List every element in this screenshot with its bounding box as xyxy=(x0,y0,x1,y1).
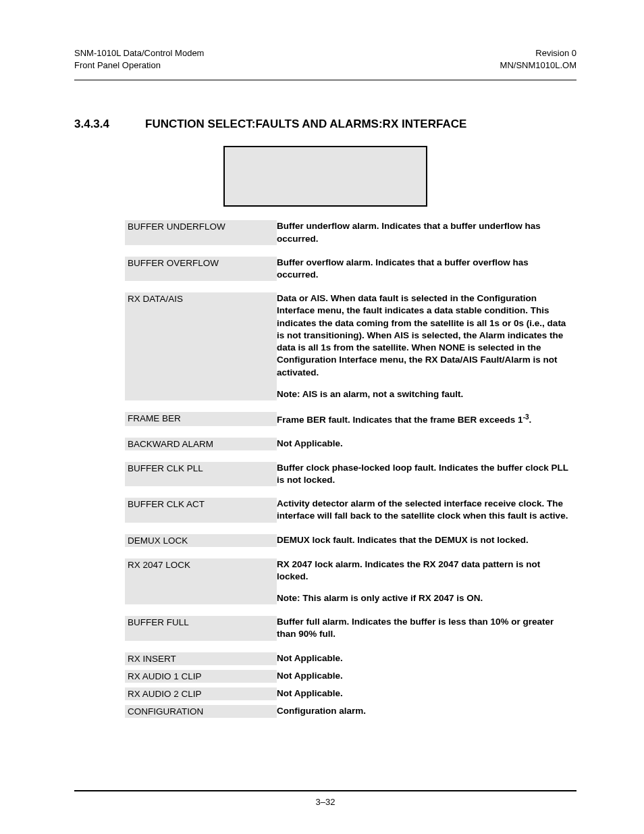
header-left-line1: SNM-1010L Data/Control Modem xyxy=(74,47,204,59)
row-desc: Data or AIS. When data fault is selected… xyxy=(277,292,570,400)
row-desc: Not Applicable. xyxy=(277,687,570,700)
table-row: RX DATA/AIS Data or AIS. When data fault… xyxy=(125,292,570,400)
row-label: BUFFER CLK ACT xyxy=(125,498,277,522)
table-row: BACKWARD ALARM Not Applicable. xyxy=(125,438,570,450)
header-right-line2: MN/SNM1010L.OM xyxy=(500,59,576,72)
table-row: BUFFER FULL Buffer full alarm. Indicates… xyxy=(125,616,570,640)
row-desc-main: RX 2047 lock alarm. Indicates the RX 204… xyxy=(277,558,570,583)
table-row: FRAME BER Frame BER fault. Indicates tha… xyxy=(125,412,570,426)
table-row: CONFIGURATION Configuration alarm. xyxy=(125,705,570,718)
page-footer: 3–32 xyxy=(74,790,576,807)
row-label: BUFFER OVERFLOW xyxy=(125,257,277,281)
row-desc: Not Applicable. xyxy=(277,670,570,683)
row-label: RX INSERT xyxy=(125,652,277,665)
table-row: RX AUDIO 2 CLIP Not Applicable. xyxy=(125,687,570,700)
section-number: 3.4.3.4 xyxy=(74,118,145,131)
table-row: BUFFER UNDERFLOW Buffer underflow alarm.… xyxy=(125,220,570,244)
row-desc: Buffer full alarm. Indicates the buffer … xyxy=(277,616,570,640)
table-row: DEMUX LOCK DEMUX lock fault. Indicates t… xyxy=(125,534,570,547)
row-desc-note: Note: This alarm is only active if RX 20… xyxy=(277,592,570,604)
row-label: BACKWARD ALARM xyxy=(125,438,277,450)
row-label: RX 2047 LOCK xyxy=(125,558,277,605)
header-right-line1: Revision 0 xyxy=(500,47,576,59)
row-label: RX DATA/AIS xyxy=(125,292,277,400)
table-row: RX 2047 LOCK RX 2047 lock alarm. Indicat… xyxy=(125,558,570,605)
section-heading: 3.4.3.4 FUNCTION SELECT:FAULTS AND ALARM… xyxy=(74,118,576,131)
table-row: RX INSERT Not Applicable. xyxy=(125,652,570,665)
row-desc-note: Note: AIS is an alarm, not a switching f… xyxy=(277,388,570,400)
row-desc: Buffer underflow alarm. Indicates that a… xyxy=(277,220,570,244)
section-title: FUNCTION SELECT:FAULTS AND ALARMS:RX INT… xyxy=(145,118,466,131)
desc-superscript: -3 xyxy=(523,413,529,421)
row-label: CONFIGURATION xyxy=(125,705,277,718)
footer-rule xyxy=(74,790,576,791)
header-left-line2: Front Panel Operation xyxy=(74,59,204,72)
row-label: RX AUDIO 2 CLIP xyxy=(125,687,277,700)
row-desc: RX 2047 lock alarm. Indicates the RX 204… xyxy=(277,558,570,605)
row-desc-main: Data or AIS. When data fault is selected… xyxy=(277,292,570,379)
row-label: DEMUX LOCK xyxy=(125,534,277,547)
definitions-table: BUFFER UNDERFLOW Buffer underflow alarm.… xyxy=(125,220,570,717)
row-label: BUFFER FULL xyxy=(125,616,277,640)
row-desc: Configuration alarm. xyxy=(277,705,570,718)
row-desc: Buffer overflow alarm. Indicates that a … xyxy=(277,257,570,281)
header-left: SNM-1010L Data/Control Modem Front Panel… xyxy=(74,47,204,72)
row-label: BUFFER CLK PLL xyxy=(125,462,277,486)
row-desc: Buffer clock phase-locked loop fault. In… xyxy=(277,462,570,486)
table-row: RX AUDIO 1 CLIP Not Applicable. xyxy=(125,670,570,683)
table-row: BUFFER OVERFLOW Buffer overflow alarm. I… xyxy=(125,257,570,281)
row-desc: Not Applicable. xyxy=(277,652,570,665)
row-label: FRAME BER xyxy=(125,412,277,426)
desc-pre: Frame BER fault. Indicates that the fram… xyxy=(277,415,523,425)
desc-post: . xyxy=(529,415,532,425)
header-right: Revision 0 MN/SNM1010L.OM xyxy=(500,47,576,72)
row-desc: Activity detector alarm of the selected … xyxy=(277,498,570,522)
table-row: BUFFER CLK ACT Activity detector alarm o… xyxy=(125,498,570,522)
row-desc: Frame BER fault. Indicates that the fram… xyxy=(277,412,570,426)
table-row: BUFFER CLK PLL Buffer clock phase-locked… xyxy=(125,462,570,486)
page-header: SNM-1010L Data/Control Modem Front Panel… xyxy=(74,47,576,72)
row-desc: DEMUX lock fault. Indicates that the DEM… xyxy=(277,534,570,547)
row-label: RX AUDIO 1 CLIP xyxy=(125,670,277,683)
figure-placeholder xyxy=(223,146,427,207)
page-number: 3–32 xyxy=(74,797,576,807)
row-desc: Not Applicable. xyxy=(277,438,570,450)
row-label: BUFFER UNDERFLOW xyxy=(125,220,277,244)
